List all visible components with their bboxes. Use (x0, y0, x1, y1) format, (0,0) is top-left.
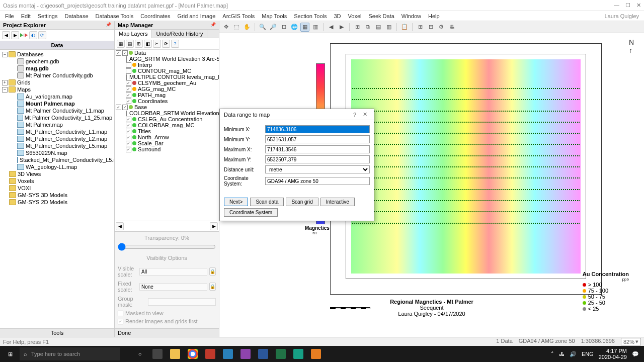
checkbox-checked-icon[interactable]: ✓ (116, 50, 121, 56)
tool-icon[interactable]: ◧ (144, 40, 152, 48)
menu-seek-data[interactable]: Seek Data (365, 12, 397, 20)
menu-grid-image[interactable]: Grid and Image (175, 12, 219, 20)
play-icon[interactable] (20, 33, 24, 37)
checkbox-checked-icon[interactable]: ✓ (126, 129, 131, 134)
checkbox-checked-icon[interactable]: ✓ (118, 319, 123, 324)
visible-scale-input[interactable] (139, 268, 207, 276)
nav-prev-icon[interactable]: ◀ (327, 23, 336, 32)
tool-icon[interactable]: ▦ (117, 40, 125, 48)
transparency-slider[interactable] (118, 243, 216, 251)
scan-grid-button[interactable]: Scan grid (286, 198, 318, 206)
checkbox-checked-icon[interactable]: ✓ (126, 80, 131, 86)
maximize-button[interactable]: ☐ (625, 2, 630, 9)
window-cascade-icon[interactable]: ⧉ (363, 23, 372, 32)
checkbox-icon[interactable] (126, 62, 131, 68)
checkbox-icon[interactable] (126, 74, 127, 80)
cursor-icon[interactable]: ✥ (221, 23, 230, 32)
menu-window[interactable]: Window (398, 12, 424, 20)
next-button[interactable]: Next> (224, 198, 248, 206)
scroll-left-icon[interactable]: ◀ (116, 222, 124, 230)
lock-icon[interactable]: 🔒 (209, 267, 216, 276)
menu-map-tools[interactable]: Map Tools (259, 12, 290, 20)
taskbar-clock[interactable]: 4:17 PM 2020-04-29 (599, 348, 627, 360)
min-y-input[interactable] (265, 135, 370, 143)
app-icon[interactable] (307, 347, 325, 361)
settings-icon[interactable]: ⚙ (437, 23, 446, 32)
collapse-icon[interactable]: − (2, 87, 8, 93)
explorer-icon[interactable] (167, 347, 184, 361)
tray-up-icon[interactable]: ˄ (551, 351, 554, 357)
chevron-down-icon[interactable]: ▾ (635, 338, 638, 345)
nav-fwd-icon[interactable]: ▶ (11, 31, 19, 39)
menu-arcgis[interactable]: ArcGIS Tools (219, 12, 258, 20)
pin-icon[interactable]: 📌 (106, 22, 111, 28)
menu-coordinates[interactable]: Coordinates (137, 12, 173, 20)
help-icon[interactable]: ? (171, 40, 179, 48)
app-icon[interactable] (202, 347, 219, 361)
layer-icon[interactable]: ▦ (300, 23, 309, 32)
taskbar-search[interactable]: ⌕ Type here to search (20, 347, 120, 360)
checkbox-icon[interactable] (118, 311, 123, 316)
excel-icon[interactable] (272, 347, 289, 361)
nav-back-icon[interactable]: ◀ (2, 31, 10, 39)
grid-icon[interactable]: ⊞ (416, 23, 425, 32)
collapse-icon[interactable]: − (2, 52, 8, 57)
globe-icon[interactable]: 🌐 (290, 23, 299, 32)
menu-file[interactable]: File (2, 12, 17, 20)
checkbox-checked-icon[interactable]: ✓ (126, 123, 131, 128)
nav-next-icon[interactable]: ▶ (337, 23, 346, 32)
menu-settings[interactable]: Settings (35, 12, 61, 20)
scroll-right-icon[interactable]: ▶ (210, 222, 218, 230)
language-indicator[interactable]: ENG (582, 351, 594, 357)
checkbox-checked-icon[interactable]: ✓ (126, 117, 131, 122)
max-x-input[interactable] (265, 145, 370, 153)
dialog-titlebar[interactable]: Data range to map ? ✕ (220, 109, 374, 120)
window-tile-icon[interactable]: ⊞ (353, 23, 362, 32)
word-icon[interactable] (255, 347, 272, 361)
window-icon[interactable]: ▥ (384, 23, 393, 32)
checkbox-checked-icon[interactable]: ✓ (126, 135, 131, 140)
play-red-icon[interactable] (25, 33, 28, 37)
zoom-out-icon[interactable]: 🔎 (269, 23, 278, 32)
network-icon[interactable]: 🖧 (559, 351, 565, 357)
menu-section-tools[interactable]: Section Tools (291, 12, 330, 20)
tab-undo-redo[interactable]: Undo/Redo History (152, 30, 207, 38)
interactive-button[interactable]: Interactive (320, 198, 355, 206)
chrome-icon[interactable] (184, 347, 201, 361)
checkbox-checked-icon[interactable]: ✓ (122, 105, 128, 110)
group-mask-input[interactable] (148, 298, 216, 306)
print-icon[interactable]: 🖶 (447, 23, 456, 32)
stop-icon[interactable]: ◐ (29, 31, 37, 39)
select-icon[interactable]: ⬚ (232, 23, 241, 32)
menu-help[interactable]: Help (425, 12, 443, 20)
project-tree[interactable]: −Databases geochem.gdb mag.gdb Mt Palmer… (0, 50, 114, 328)
tool-icon[interactable]: ▤ (126, 40, 134, 48)
start-button[interactable]: ⊞ (1, 347, 19, 361)
refresh-icon[interactable]: ⟳ (38, 31, 46, 39)
checkbox-checked-icon[interactable]: ✓ (126, 93, 131, 98)
checkbox-checked-icon[interactable]: ✓ (126, 86, 131, 92)
menu-database-tools[interactable]: Database Tools (93, 12, 137, 20)
volume-icon[interactable]: 🔊 (570, 351, 577, 357)
menu-database[interactable]: Database (61, 12, 91, 20)
tool-icon[interactable]: ⟳ (162, 40, 170, 48)
scan-data-button[interactable]: Scan data (250, 198, 284, 206)
checkbox-icon[interactable] (126, 56, 127, 62)
distance-unit-select[interactable]: metre (265, 165, 370, 173)
copy-icon[interactable]: 📋 (400, 23, 409, 32)
checkbox-icon[interactable] (126, 68, 131, 74)
tools-footer[interactable]: Tools (0, 328, 114, 337)
notifications-icon[interactable]: 💬 (632, 351, 639, 357)
tab-map-layers[interactable]: Map Layers (115, 30, 152, 38)
tool-icon[interactable]: ✂ (153, 40, 161, 48)
checkbox-checked-icon[interactable]: ✓ (116, 105, 121, 110)
coord-system-input[interactable] (265, 177, 370, 185)
window-icon[interactable]: ▤ (374, 23, 383, 32)
lock-icon[interactable]: 🔒 (209, 283, 216, 291)
help-icon[interactable]: ? (350, 112, 360, 118)
app-icon[interactable] (219, 347, 236, 361)
close-icon[interactable]: ✕ (360, 111, 370, 118)
layer-tree[interactable]: ✓✓Data AGG_SRTM World Elevation 3 Arc-Se… (115, 50, 219, 221)
grid2-icon[interactable]: ⊟ (426, 23, 435, 32)
checkbox-checked-icon[interactable]: ✓ (122, 50, 128, 56)
